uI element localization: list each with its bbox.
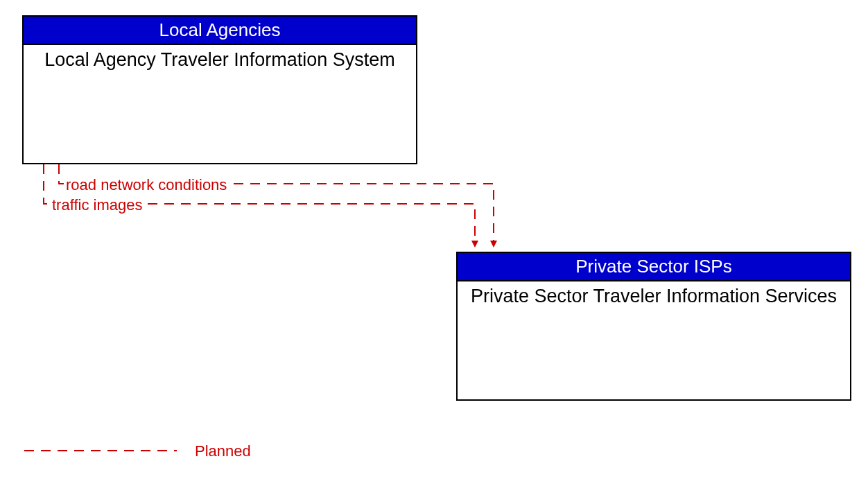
box-private-body: Private Sector Traveler Information Serv…	[458, 281, 850, 311]
box-private-header: Private Sector ISPs	[458, 253, 850, 281]
flow-label-road-network: road network conditions	[66, 176, 227, 194]
box-local-header: Local Agencies	[24, 17, 416, 45]
box-local-agencies: Local Agencies Local Agency Traveler Inf…	[22, 15, 417, 164]
box-local-body: Local Agency Traveler Information System	[24, 45, 416, 75]
flow-label-traffic-images: traffic images	[52, 196, 142, 214]
box-private-sector: Private Sector ISPs Private Sector Trave…	[456, 252, 851, 401]
legend-planned-label: Planned	[195, 442, 251, 460]
